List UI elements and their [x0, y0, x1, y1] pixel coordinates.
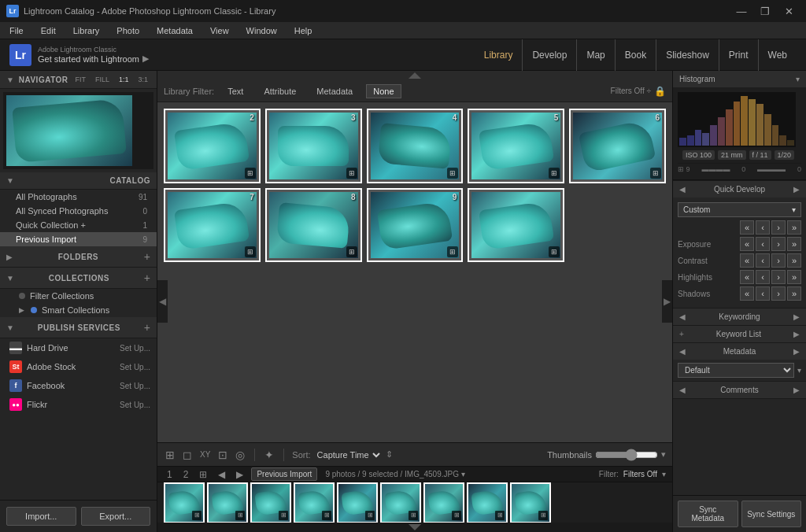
menu-photo[interactable]: Photo [113, 24, 142, 37]
catalog-quick-collection[interactable]: Quick Collection + 1 [0, 218, 157, 232]
qd-wb-inc[interactable]: › [771, 220, 786, 235]
qd-exp-dec[interactable]: ‹ [756, 237, 770, 251]
qd-wb-dbl-inc[interactable]: » [787, 220, 801, 235]
people-view-icon[interactable]: ◎ [234, 447, 246, 463]
filmstrip-filter-dropdown[interactable]: ▾ [662, 470, 666, 478]
filmstrip-filter-value[interactable]: Filters Off [623, 470, 657, 478]
spray-tool-icon[interactable]: ✦ [263, 447, 275, 463]
folders-add-button[interactable]: + [144, 250, 150, 263]
survey-view-icon[interactable]: ⊡ [216, 447, 229, 463]
import-button[interactable]: Import... [6, 507, 76, 526]
metadata-dropdown-arrow[interactable]: ▾ [797, 366, 801, 375]
left-panel-toggle[interactable]: ◀ [157, 280, 168, 323]
publish-adobe-stock[interactable]: St Adobe Stock Set Up... [0, 357, 157, 376]
zoom-3-1[interactable]: 3:1 [135, 75, 150, 84]
module-book[interactable]: Book [616, 39, 656, 71]
maximize-button[interactable]: ❐ [754, 0, 776, 22]
qd-con-dec[interactable]: ‹ [756, 253, 770, 268]
menu-library[interactable]: Library [70, 24, 103, 37]
keyword-list-left-btn[interactable]: + [679, 330, 684, 338]
qd-exp-dbl-dec[interactable]: « [740, 237, 754, 251]
grid-cell-4[interactable]: 5 ⊞ [468, 109, 564, 183]
menu-view[interactable]: View [207, 24, 232, 37]
collections-add-button[interactable]: + [144, 272, 150, 284]
filmstrip-next-button[interactable]: ▶ [233, 467, 246, 482]
sort-direction-icon[interactable]: ⇕ [386, 449, 393, 460]
qd-sh-inc[interactable]: › [771, 286, 786, 301]
grid-cell-3[interactable]: 4 ⊞ [367, 109, 464, 183]
filter-attribute-button[interactable]: Attribute [257, 84, 303, 98]
module-map[interactable]: Map [577, 39, 615, 71]
keyword-list-header[interactable]: + Keyword List ▶ [673, 326, 806, 342]
grid-cell-9[interactable]: ⊞ [468, 188, 564, 263]
grid-cell-6[interactable]: 7 ⊞ [164, 188, 261, 263]
qd-sh-dbl-dec[interactable]: « [740, 286, 754, 301]
smart-collections-item[interactable]: ▶ Smart Collections [0, 303, 157, 317]
collections-header[interactable]: ▼ Collections + [0, 268, 157, 289]
qd-hl-dec[interactable]: ‹ [756, 270, 770, 284]
module-develop[interactable]: Develop [523, 39, 577, 71]
menu-edit[interactable]: Edit [38, 24, 59, 37]
filmstrip-page-1[interactable]: 1 [164, 467, 176, 482]
scroll-top-arrow[interactable] [409, 72, 421, 79]
thumbnail-size-slider[interactable] [595, 449, 658, 461]
thumbnail-size-dropdown[interactable]: ▾ [661, 449, 666, 460]
filter-lock-icon[interactable]: 🔒 [654, 86, 666, 97]
qd-exp-dbl-inc[interactable]: » [787, 237, 801, 251]
filter-text-button[interactable]: Text [220, 84, 250, 98]
publish-services-add-button[interactable]: + [144, 321, 150, 334]
publish-facebook[interactable]: f Facebook Set Up... [0, 376, 157, 395]
histogram-header[interactable]: Histogram ▾ [673, 71, 806, 87]
metadata-preset-select[interactable]: Default [678, 363, 794, 378]
titlebar-controls[interactable]: — ❐ ✕ [730, 0, 800, 22]
menu-file[interactable]: File [6, 24, 27, 37]
zoom-fill[interactable]: FILL [93, 75, 112, 84]
metadata-header[interactable]: ◀ Metadata ▶ [673, 343, 806, 360]
close-button[interactable]: ✕ [778, 0, 800, 22]
grid-cell-1[interactable]: 2 ⊞ [164, 109, 261, 183]
filmstrip-thumb-7[interactable]: ⊞ [423, 482, 464, 523]
filmstrip-thumb-8[interactable]: ⊞ [467, 482, 508, 523]
right-panel-toggle[interactable]: ▶ [662, 280, 672, 323]
grid-cell-8[interactable]: 9 ⊞ [367, 188, 464, 263]
filmstrip-folder-button[interactable]: Previous Import [251, 467, 317, 481]
minimize-button[interactable]: — [730, 0, 752, 22]
filmstrip-thumb-5[interactable]: ⊞ [337, 482, 378, 523]
filter-metadata-button[interactable]: Metadata [309, 84, 360, 98]
catalog-synced-photos[interactable]: All Synced Photographs 0 [0, 204, 157, 218]
folders-header[interactable]: ▶ Folders + [0, 246, 157, 268]
sync-metadata-button[interactable]: Sync Metadata [678, 501, 738, 527]
qd-con-dbl-dec[interactable]: « [740, 253, 754, 268]
filmstrip-nav-grid-icon[interactable]: ⊞ [196, 467, 210, 482]
quick-develop-header[interactable]: ◀ Quick Develop ▶ [673, 181, 806, 198]
menu-metadata[interactable]: Metadata [153, 24, 196, 37]
loupe-view-icon[interactable]: ◻ [181, 447, 194, 463]
grid-view-icon[interactable]: ⊞ [164, 447, 176, 463]
module-slideshow[interactable]: Slideshow [656, 39, 719, 71]
qd-wb-dec[interactable]: ‹ [756, 220, 770, 235]
publish-services-header[interactable]: ▼ Publish Services + [0, 317, 157, 338]
module-library[interactable]: Library [475, 39, 523, 71]
qd-con-dbl-inc[interactable]: » [787, 253, 801, 268]
catalog-all-photos[interactable]: All Photographs 91 [0, 190, 157, 204]
filmstrip-page-2[interactable]: 2 [180, 467, 192, 482]
qd-exp-inc[interactable]: › [771, 237, 786, 251]
qd-con-inc[interactable]: › [771, 253, 786, 268]
scroll-bottom-arrow[interactable] [409, 524, 421, 530]
navigator-panel-header[interactable]: ▼ Navigator FIT FILL 1:1 3:1 [0, 71, 157, 89]
filmstrip-thumb-9[interactable]: ⊞ [510, 482, 551, 523]
grid-cell-5[interactable]: 6 ⊞ [569, 109, 666, 183]
menu-window[interactable]: Window [243, 24, 280, 37]
module-print[interactable]: Print [719, 39, 759, 71]
publish-hard-drive[interactable]: ▬▬ Hard Drive Set Up... [0, 338, 157, 357]
catalog-previous-import[interactable]: Previous Import 9 [0, 232, 157, 246]
export-button[interactable]: Export... [81, 507, 151, 526]
filmstrip-thumb-1[interactable]: ⊞ [164, 482, 205, 523]
facebook-setup-button[interactable]: Set Up... [120, 382, 150, 390]
grid-cell-7[interactable]: 8 ⊞ [265, 188, 362, 263]
filmstrip-prev-button[interactable]: ◀ [215, 467, 228, 482]
menu-help[interactable]: Help [291, 24, 316, 37]
qd-hl-dbl-dec[interactable]: « [740, 270, 754, 284]
zoom-fit[interactable]: FIT [72, 75, 88, 84]
qd-sh-dbl-inc[interactable]: » [787, 286, 801, 301]
